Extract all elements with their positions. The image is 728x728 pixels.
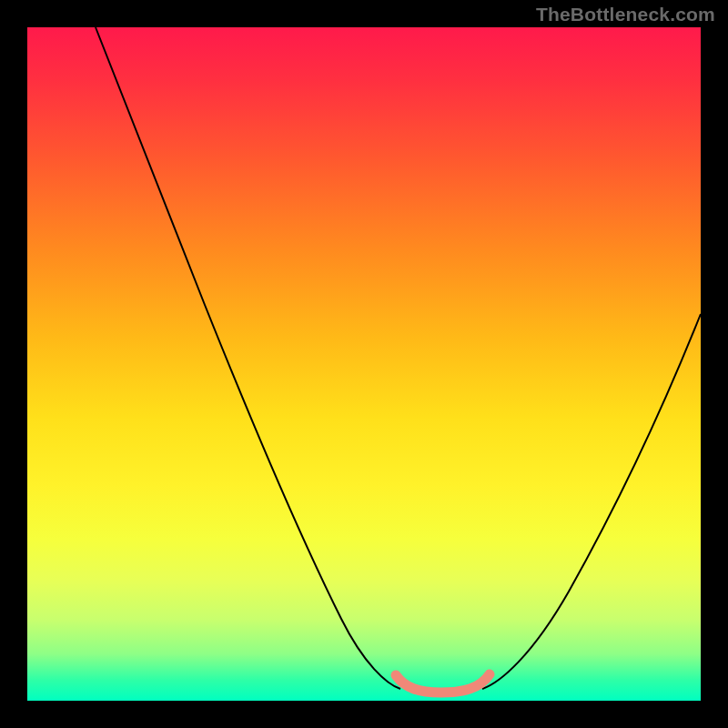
bottleneck-curve-right [482, 314, 701, 689]
chart-frame: TheBottleneck.com [0, 0, 728, 728]
valley-marker [396, 674, 490, 693]
watermark-text: TheBottleneck.com [536, 4, 715, 25]
chart-overlay [27, 27, 701, 701]
bottleneck-curve-left [96, 27, 400, 689]
plot-area [27, 27, 701, 701]
